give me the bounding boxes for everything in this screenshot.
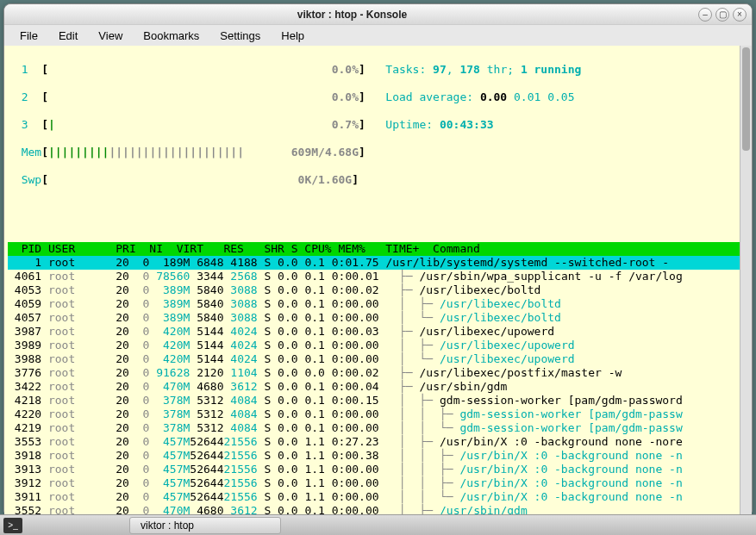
taskbar-item-label: viktor : htop (141, 519, 194, 532)
minimize-icon[interactable]: – (698, 8, 712, 22)
menu-file[interactable]: File (11, 28, 47, 44)
terminal-scrollbar[interactable] (740, 46, 752, 516)
menu-help[interactable]: Help (272, 28, 313, 44)
process-row[interactable]: 3911 root 20 0 457M5264421556 S 0.0 1.1 … (8, 490, 752, 504)
close-icon[interactable]: × (733, 8, 747, 22)
menu-settings[interactable]: Settings (211, 28, 269, 44)
process-row[interactable]: 4218 root 20 0 378M 5312 4084 S 0.0 0.1 … (8, 394, 752, 407)
menu-bookmarks[interactable]: Bookmarks (134, 28, 208, 44)
process-row[interactable]: 3912 root 20 0 457M5264421556 S 0.0 1.1 … (8, 476, 752, 490)
process-row[interactable]: 3776 root 20 0 91628 2120 1104 S 0.0 0.0… (8, 366, 752, 380)
terminal-view[interactable]: 1 [ 0.0%] Tasks: 97, 178 thr; 1 running … (4, 46, 752, 516)
scrollbar-thumb[interactable] (742, 47, 750, 151)
process-row[interactable]: 3918 root 20 0 457M5264421556 S 0.0 1.1 … (8, 449, 752, 463)
process-row[interactable]: 4059 root 20 0 389M 5840 3088 S 0.0 0.1 … (8, 297, 752, 311)
htop-meters: 1 [ 0.0%] Tasks: 97, 178 thr; 1 running … (8, 49, 752, 242)
menu-edit[interactable]: Edit (50, 28, 86, 44)
konsole-window: viktor : htop - Konsole – ▢ × File Edit … (3, 3, 753, 517)
process-row[interactable]: 3989 root 20 0 420M 5144 4024 S 0.0 0.1 … (8, 339, 752, 352)
process-row[interactable]: 3987 root 20 0 420M 5144 4024 S 0.0 0.1 … (8, 325, 752, 339)
process-header[interactable]: PID USER PRI NI VIRT RES SHR S CPU% MEM%… (8, 242, 752, 256)
window-titlebar[interactable]: viktor : htop - Konsole – ▢ × (4, 4, 752, 25)
desktop-taskbar[interactable]: >_ viktor : htop (0, 514, 756, 535)
maximize-icon[interactable]: ▢ (715, 8, 729, 22)
process-row[interactable]: 3913 root 20 0 457M5264421556 S 0.0 1.1 … (8, 463, 752, 476)
process-row[interactable]: 4053 root 20 0 389M 5840 3088 S 0.0 0.1 … (8, 283, 752, 297)
menu-view[interactable]: View (90, 28, 131, 44)
window-title: viktor : htop - Konsole (9, 9, 695, 21)
process-list[interactable]: 4061 root 20 0 78560 3344 2568 S 0.0 0.1… (8, 270, 752, 516)
process-row[interactable]: 4219 root 20 0 378M 5312 4084 S 0.0 0.1 … (8, 421, 752, 435)
process-row[interactable]: 4061 root 20 0 78560 3344 2568 S 0.0 0.1… (8, 270, 752, 283)
taskbar-item[interactable]: viktor : htop (129, 517, 281, 534)
process-row[interactable]: 4220 root 20 0 378M 5312 4084 S 0.0 0.1 … (8, 407, 752, 421)
process-row[interactable]: 3553 root 20 0 457M5264421556 S 0.0 1.1 … (8, 435, 752, 449)
process-row[interactable]: 4057 root 20 0 389M 5840 3088 S 0.0 0.1 … (8, 311, 752, 325)
menubar: File Edit View Bookmarks Settings Help (4, 25, 752, 46)
selected-process-row[interactable]: 1 root 20 0 189M 6848 4188 S 0.0 0.1 0:0… (8, 256, 752, 270)
process-row[interactable]: 3988 root 20 0 420M 5144 4024 S 0.0 0.1 … (8, 352, 752, 366)
terminal-launcher-icon[interactable]: >_ (3, 518, 22, 533)
process-row[interactable]: 3422 root 20 0 470M 4680 3612 S 0.0 0.1 … (8, 380, 752, 394)
